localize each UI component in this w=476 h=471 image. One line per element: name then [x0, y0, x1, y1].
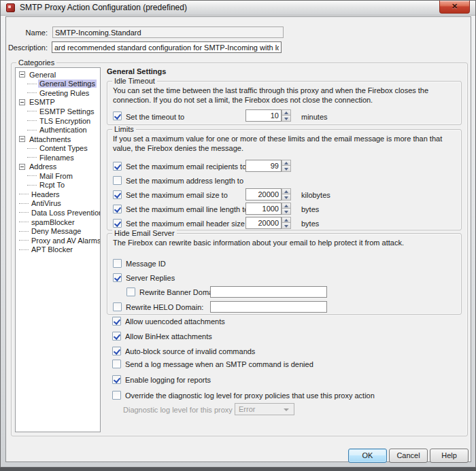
description-label: Description:: [6, 43, 48, 52]
tree-item-deny-message[interactable]: Deny Message: [16, 226, 100, 236]
tree-item-proxy-av-alarms[interactable]: Proxy and AV Alarms: [16, 236, 100, 245]
override-diagnostic-label: Override the diagnostic log level for pr…: [125, 391, 375, 400]
timeout-spinner[interactable]: 10: [245, 109, 291, 122]
tree-item-antivirus[interactable]: AntiVirus: [16, 199, 100, 209]
dialog-window: SMTP Proxy Action Configuration (predefi…: [0, 0, 476, 468]
auto-block-checkbox[interactable]: [112, 347, 121, 355]
max-header-size-checkbox[interactable]: [113, 219, 122, 228]
max-header-size-spinner[interactable]: 20000: [245, 217, 291, 229]
tree-item-authentication[interactable]: Authentication: [16, 125, 100, 135]
timeout-unit: minutes: [301, 113, 328, 121]
page-title: General Settings: [107, 67, 166, 75]
tree-item-content-types[interactable]: Content Types: [16, 143, 100, 153]
diagnostic-level-select[interactable]: Error: [235, 403, 294, 415]
timeout-value[interactable]: 10: [245, 109, 282, 122]
allow-uuencoded-checkbox[interactable]: [112, 317, 121, 326]
max-email-size-spinner[interactable]: 20000: [245, 188, 291, 200]
max-line-length-label: Set the maximum email line length to: [126, 205, 248, 213]
tree-item-spamblocker[interactable]: spamBlocker: [16, 217, 100, 227]
window-title: SMTP Proxy Action Configuration (predefi…: [20, 1, 187, 15]
max-line-length-spinner[interactable]: 1000: [245, 203, 291, 215]
tree-item-tls-encryption[interactable]: TLS Encryption: [16, 116, 100, 126]
max-recipients-label: Set the maximum email recipients to: [126, 162, 246, 171]
close-button[interactable]: ✕: [439, 1, 470, 14]
allow-uuencoded-label: Allow uuencoded attachments: [125, 317, 225, 326]
spinner-down-icon[interactable]: [282, 116, 291, 122]
name-label: Name:: [6, 29, 48, 37]
allow-binhex-checkbox[interactable]: [112, 332, 121, 341]
tree-item-attachments[interactable]: Attachments: [16, 135, 100, 144]
tree-item-data-loss-prevention[interactable]: Data Loss Prevention: [16, 208, 100, 217]
timeout-checkbox-label: Set the timeout to: [126, 113, 184, 121]
description-field[interactable]: [52, 41, 282, 53]
tree-item-esmtp[interactable]: ESMTP: [16, 98, 100, 107]
tree-item-general[interactable]: General: [16, 70, 100, 80]
ok-button[interactable]: OK: [348, 449, 387, 463]
rewrite-helo-checkbox[interactable]: [113, 302, 122, 311]
enable-logging-label: Enable logging for reports: [125, 376, 211, 384]
send-log-message-label: Send a log message when an SMTP command …: [125, 360, 313, 368]
categories-group-label: Categories: [16, 58, 56, 67]
server-replies-checkbox[interactable]: [113, 273, 122, 282]
help-button[interactable]: Help: [430, 449, 469, 463]
max-address-length-label: Set the maximum address length to: [126, 177, 243, 185]
spinner-up-icon[interactable]: [282, 160, 291, 166]
spinner-up-icon[interactable]: [282, 109, 291, 116]
rewrite-helo-label: Rewrite HELO Domain:: [126, 303, 203, 311]
rewrite-banner-checkbox[interactable]: [126, 287, 135, 296]
rewrite-banner-label: Rewrite Banner Domain:: [139, 288, 221, 296]
tree-item-address[interactable]: Address: [16, 162, 100, 171]
collapse-icon[interactable]: [19, 136, 25, 142]
name-field[interactable]: [52, 27, 284, 38]
collapse-icon[interactable]: [19, 99, 25, 105]
message-id-checkbox[interactable]: [113, 259, 122, 268]
hide-email-server-description: The Firebox can rewrite basic informatio…: [113, 238, 454, 247]
max-address-length-checkbox[interactable]: [113, 176, 122, 185]
max-recipients-checkbox[interactable]: [113, 162, 122, 171]
max-email-size-label: Set the maximum email size to: [126, 191, 228, 199]
timeout-checkbox[interactable]: [113, 111, 122, 120]
limits-label: Limits: [112, 125, 136, 133]
idle-timeout-label: Idle Timeout: [112, 77, 157, 85]
hide-email-server-label: Hide Email Server: [112, 229, 177, 237]
rewrite-helo-field[interactable]: [210, 301, 327, 313]
override-diagnostic-checkbox[interactable]: [112, 391, 121, 400]
collapse-icon[interactable]: [19, 71, 25, 77]
dialog-body: Name: Description: Categories General Ge…: [5, 16, 471, 462]
spinner-up-icon[interactable]: [282, 203, 291, 209]
max-line-length-unit: bytes: [301, 205, 319, 213]
limits-group: Limits If you set a maximum value for on…: [107, 129, 462, 230]
collapse-icon[interactable]: [19, 164, 25, 170]
idle-timeout-group: Idle Timeout You can set the time betwee…: [107, 81, 462, 125]
spinner-up-icon[interactable]: [282, 188, 291, 194]
max-email-size-checkbox[interactable]: [113, 190, 122, 199]
spinner-down-icon[interactable]: [282, 194, 291, 200]
spinner-up-icon[interactable]: [282, 217, 291, 223]
spinner-down-icon[interactable]: [282, 209, 291, 215]
server-replies-label: Server Replies: [126, 274, 175, 282]
enable-logging-checkbox[interactable]: [112, 375, 121, 384]
tree-item-greeting-rules[interactable]: Greeting Rules: [16, 88, 100, 98]
categories-tree[interactable]: General General Settings Greeting Rules …: [15, 67, 101, 432]
auto-block-label: Auto-block source of invalid commands: [125, 347, 255, 355]
tree-item-filenames[interactable]: Filenames: [16, 153, 100, 162]
max-recipients-spinner[interactable]: 99: [245, 160, 291, 172]
limits-description: If you set a maximum value for one or mo…: [113, 134, 454, 153]
diagnostic-level-value: Error: [239, 405, 255, 413]
app-icon: [6, 3, 15, 12]
tree-item-general-settings[interactable]: General Settings: [16, 80, 100, 89]
max-header-size-label: Set the maximum email header size to: [126, 220, 253, 228]
max-line-length-checkbox[interactable]: [113, 205, 122, 213]
hide-email-server-group: Hide Email Server The Firebox can rewrit…: [107, 233, 462, 315]
send-log-message-checkbox[interactable]: [112, 360, 121, 368]
spinner-down-icon[interactable]: [282, 166, 291, 172]
spinner-down-icon[interactable]: [282, 223, 291, 229]
tree-item-headers[interactable]: Headers: [16, 190, 100, 199]
tree-item-mail-from[interactable]: Mail From: [16, 171, 100, 181]
title-bar[interactable]: SMTP Proxy Action Configuration (predefi…: [1, 1, 475, 16]
tree-item-apt-blocker[interactable]: APT Blocker: [16, 245, 100, 254]
cancel-button[interactable]: Cancel: [389, 449, 428, 463]
tree-item-esmtp-settings[interactable]: ESMTP Settings: [16, 107, 100, 116]
rewrite-banner-field[interactable]: [210, 286, 327, 298]
tree-item-rcpt-to[interactable]: Rcpt To: [16, 181, 100, 190]
